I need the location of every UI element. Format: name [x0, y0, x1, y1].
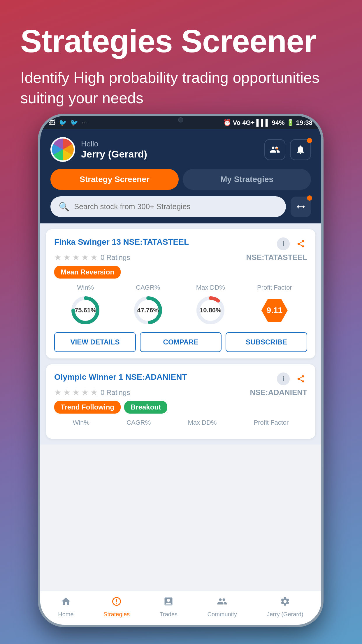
- phone-frame: 🖼 🐦 🐦 ··· ⏰ Vo 4G+ ▌▌▌ 94% 🔋 19:38: [38, 114, 324, 627]
- card2-tag-breakout: Breakout: [124, 401, 167, 414]
- screen-content: Hello Jerry (Gerard): [40, 129, 321, 623]
- card1-pf-shape: 9.11: [261, 299, 288, 322]
- strategies-icon: [111, 596, 122, 609]
- search-bar[interactable]: 🔍: [50, 196, 286, 217]
- profile-icon: [280, 596, 290, 609]
- card2-info-button[interactable]: i: [277, 372, 290, 385]
- status-time: ⏰ Vo 4G+ ▌▌▌ 94% 🔋 19:38: [223, 119, 312, 126]
- card1-ticker: NSE:TATASTEEL: [246, 253, 307, 262]
- nav-home-label: Home: [58, 611, 73, 618]
- user-info: Hello Jerry (Gerard): [50, 137, 147, 162]
- filter-button[interactable]: [291, 197, 311, 217]
- card1-tag-row: Mean Reversion: [54, 266, 307, 279]
- status-icon-more: ···: [82, 119, 87, 127]
- notification-dot: [307, 138, 312, 143]
- card1-pf-value: 9.11: [267, 306, 283, 315]
- card1-rating-count: 0 Ratings: [101, 253, 130, 262]
- card2-rating-count: 0 Ratings: [101, 388, 130, 397]
- card1-header: Finka Swinger 13 NSE:TATASTEEL i: [54, 237, 307, 250]
- status-left-icons: 🖼 🐦 🐦 ···: [49, 119, 87, 127]
- card2-pf-label: Profit Factor: [254, 419, 289, 426]
- tab-row: Strategy Screener My Strategies: [50, 169, 311, 190]
- card1-pf-hex: 9.11: [259, 294, 291, 326]
- card1-maxdd-label: Max DD%: [196, 284, 225, 291]
- phone-container: 🖼 🐦 🐦 ··· ⏰ Vo 4G+ ▌▌▌ 94% 🔋 19:38: [38, 114, 324, 627]
- search-container: 🔍: [40, 196, 321, 223]
- card2-tag-trend: Trend Following: [54, 401, 121, 414]
- nav-profile-label: Jerry (Gerard): [267, 611, 303, 618]
- card1-maxdd-value: 10.86%: [200, 307, 222, 314]
- avatar: [50, 137, 75, 162]
- card2-tag-row: Trend Following Breakout: [54, 401, 307, 414]
- hero-section: Strategies Screener Identify High probab…: [0, 0, 362, 120]
- card2-share-button[interactable]: [294, 372, 307, 385]
- user-greeting: Hello Jerry (Gerard): [81, 139, 147, 160]
- status-right: ⏰ Vo 4G+ ▌▌▌ 94% 🔋 19:38: [223, 119, 312, 127]
- view-details-button[interactable]: VIEW DETAILS: [54, 332, 136, 352]
- subscribe-button[interactable]: SUBSCRIBE: [226, 332, 307, 352]
- card1-header-icons: i: [277, 237, 307, 250]
- camera-dot: [178, 117, 183, 123]
- home-icon: [61, 596, 71, 609]
- star1: ★: [54, 253, 61, 262]
- card1-cagr-value: 47.76%: [137, 307, 159, 314]
- card1-win-label: Win%: [77, 284, 94, 291]
- status-icon-image: 🖼: [49, 119, 55, 127]
- card1-stars: ★ ★ ★ ★ ★: [54, 253, 98, 262]
- card2-cagr-label: CAGR%: [126, 419, 151, 426]
- card2-maxdd-label: Max DD%: [188, 419, 217, 426]
- card2-header: Olympic Winner 1 NSE:ADANIENT i: [54, 372, 307, 385]
- notification-button[interactable]: [290, 139, 311, 160]
- star2: ★: [63, 253, 71, 262]
- avatar-image: [52, 139, 74, 160]
- card1-title: Finka Swinger 13 NSE:TATASTEEL: [54, 237, 277, 247]
- card2-win-label: Win%: [73, 419, 89, 426]
- star4: ★: [81, 253, 89, 262]
- hello-text: Hello: [81, 139, 147, 148]
- card1-info-button[interactable]: i: [277, 237, 290, 250]
- card1-action-row: VIEW DETAILS COMPARE SUBSCRIBE: [54, 332, 307, 352]
- search-row: 🔍: [50, 196, 311, 217]
- nav-strategies-label: Strategies: [103, 611, 130, 618]
- strategy-card-2: Olympic Winner 1 NSE:ADANIENT i: [46, 364, 315, 439]
- star3: ★: [72, 253, 80, 262]
- status-icon-twitter2: 🐦: [70, 119, 78, 127]
- nav-community-label: Community: [208, 611, 237, 618]
- nav-profile[interactable]: Jerry (Gerard): [267, 596, 303, 618]
- search-input[interactable]: [74, 202, 278, 211]
- card1-rating-row: ★ ★ ★ ★ ★ 0 Ratings NSE:TATASTEEL: [54, 253, 307, 262]
- star5: ★: [90, 253, 98, 262]
- card1-cagr-donut: 47.76%: [132, 294, 164, 326]
- card2-title: Olympic Winner 1 NSE:ADANIENT: [54, 372, 277, 382]
- card1-cagr-label: CAGR%: [136, 284, 160, 291]
- card1-metrics-row: Win% 75.61% CAGR%: [54, 284, 307, 326]
- header-row: Hello Jerry (Gerard): [50, 137, 311, 162]
- card2-ticker: NSE:ADANIENT: [250, 388, 307, 397]
- app-header: Hello Jerry (Gerard): [40, 129, 321, 196]
- card1-maxdd-donut: 10.86%: [194, 294, 226, 326]
- card1-win-metric: Win% 75.61%: [69, 284, 101, 326]
- compare-button[interactable]: COMPARE: [140, 332, 222, 352]
- nav-strategies[interactable]: Strategies: [103, 596, 130, 618]
- card1-maxdd-metric: Max DD% 10.86%: [194, 284, 226, 326]
- nav-trades[interactable]: Trades: [160, 596, 178, 618]
- card1-share-button[interactable]: [294, 237, 307, 250]
- bottom-nav: Home Strategies Trades: [40, 591, 321, 623]
- my-strategies-tab[interactable]: My Strategies: [183, 169, 311, 190]
- card1-pf-metric: Profit Factor 9.11: [257, 284, 292, 326]
- nav-trades-label: Trades: [160, 611, 178, 618]
- card2-metrics-labels: Win% CAGR% Max DD% Profit Factor: [54, 419, 307, 426]
- add-user-button[interactable]: [264, 139, 285, 160]
- community-icon: [217, 596, 227, 609]
- hero-title: Strategies Screener: [20, 23, 342, 59]
- card1-win-donut: 75.61%: [69, 294, 101, 326]
- card2-pf-label-item: Profit Factor: [254, 419, 289, 426]
- card2-win-label-item: Win%: [73, 419, 89, 426]
- card2-maxdd-label-item: Max DD%: [188, 419, 217, 426]
- nav-home[interactable]: Home: [58, 596, 73, 618]
- strategy-screener-tab[interactable]: Strategy Screener: [50, 169, 179, 190]
- cards-area: Finka Swinger 13 NSE:TATASTEEL i: [40, 223, 321, 444]
- search-icon: 🔍: [59, 202, 69, 212]
- card1-pf-label: Profit Factor: [257, 284, 292, 291]
- nav-community[interactable]: Community: [208, 596, 237, 618]
